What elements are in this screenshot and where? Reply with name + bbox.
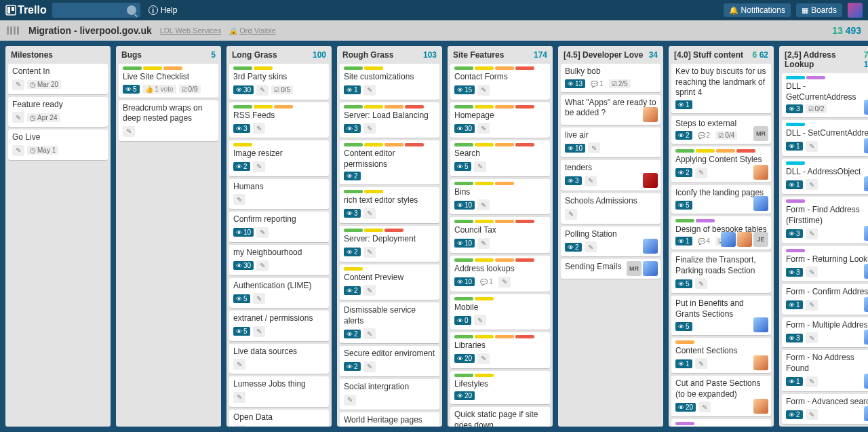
member-avatar[interactable]: MR [753,126,768,141]
member-avatar[interactable]: MR [627,261,642,276]
user-avatar[interactable] [848,3,863,18]
card[interactable]: Form - Find Address (Firsttime) 3 [782,197,868,243]
card[interactable]: What "Apps" are ready to be added ? [561,95,660,125]
card[interactable]: live air 10 [561,127,660,158]
member-avatar[interactable] [721,232,736,247]
card[interactable]: Steps to external 2 2 0/4MR [671,116,771,144]
card[interactable]: Server: Deployment 2 [340,226,439,262]
card[interactable]: Form - Returning Lookup 3 [782,246,868,282]
card[interactable]: Server: Load Balancing 3 [340,102,439,138]
card[interactable]: Form - No Address Found 1 [782,350,868,391]
card[interactable]: Put in Benefits and Grants Sections 5 [671,296,771,334]
list-header[interactable]: Site Features174 [448,46,553,64]
card[interactable]: Content In Mar 20 [8,64,108,94]
card[interactable]: Content editor permissions 2 [340,140,439,184]
list-header[interactable]: Bugs5 [116,46,221,64]
card[interactable]: Iconfy the landing pages 5 [671,185,771,214]
trello-logo[interactable]: Trello [5,4,47,16]
card[interactable]: Lifestyles 20 [450,371,550,405]
card[interactable]: World Heritage pages 20 [340,412,439,427]
card[interactable]: Schools Admissions [561,193,660,224]
member-avatar[interactable] [643,239,658,254]
help-link[interactable]: i Help [149,5,178,15]
card[interactable]: RSS Feeds 3 [229,102,329,138]
card[interactable]: Social intergration [340,379,439,410]
card[interactable]: Site customizations 1 [340,64,439,100]
card[interactable]: Form - Advanced search 2 [782,394,868,425]
list-header[interactable]: Rough Grass103 [337,46,442,64]
board-org[interactable]: LDL Web Services [160,26,221,35]
member-avatar[interactable] [864,406,868,421]
card[interactable]: DLL - AddressObject 1 [782,159,868,195]
card[interactable]: Cut and Paste Sections (to be expanded) … [671,376,771,416]
member-avatar[interactable] [643,261,658,276]
card[interactable]: Open Data [229,410,329,427]
card[interactable]: Authentication (LIME) 5 [229,278,329,309]
card[interactable]: Polling Station 2 [561,227,660,257]
member-avatar[interactable] [643,107,658,122]
card[interactable]: Humans [229,179,329,210]
member-avatar[interactable] [864,100,868,115]
card[interactable]: Lumesse Jobs thing [229,376,329,407]
card[interactable]: Mobile 0 [450,294,550,330]
card[interactable]: Live Site Checklist 5👍 1 vote 0/9 [119,64,218,98]
card[interactable]: Content Sections 1 [671,338,771,374]
member-avatar[interactable] [753,317,768,332]
card[interactable]: Finalize the Transport, Parking roads Se… [671,252,771,293]
board-visibility[interactable]: 🔒Org Visible [229,26,276,35]
card[interactable]: Breadcrumb wraps on deep nested pages [119,100,218,141]
member-avatar[interactable]: JE [753,232,768,247]
member-avatar[interactable] [753,355,768,370]
member-avatar[interactable] [864,374,868,389]
list-header[interactable]: Milestones [5,46,111,64]
card[interactable]: Kev to buy biscuits for us reaching the … [671,64,771,113]
card[interactable]: Bins 10 [450,179,550,215]
card[interactable]: Homepage Alerts 1 0/1 [671,419,771,427]
notifications-button[interactable]: Notifications [724,3,791,17]
member-avatar[interactable] [753,196,768,211]
card[interactable]: Confirm reporting 10 [229,212,329,242]
card[interactable]: Council Tax 10 [450,217,550,253]
member-avatar[interactable] [737,232,752,247]
card[interactable]: Applying Content Styles 2 [671,146,771,182]
board-name[interactable]: Migration - liverpool.gov.uk [28,25,152,36]
card[interactable]: Address lookups 10 1 [450,256,550,292]
member-avatar[interactable] [864,330,868,345]
card[interactable]: Form - Multiple Address 3 [782,317,868,348]
list-header[interactable]: [2,5] Address Lookup7 15 [779,46,868,73]
card[interactable]: Image resizer 2 [229,140,329,176]
card[interactable]: Contact Forms 15 [450,64,550,100]
card[interactable]: Sending EmailsMR [561,259,660,279]
card[interactable]: Bulky bob 13 1 2/5 [561,64,660,92]
member-avatar[interactable] [753,399,768,414]
list-header[interactable]: [4.5] Developer Love34 [558,46,663,64]
card[interactable]: Live data sources [229,344,329,374]
list-header[interactable]: [4.0] Stuff content6 62 [669,46,774,64]
search-input[interactable] [56,5,127,16]
card[interactable]: Secure editor enviroment 2 [340,346,439,376]
card[interactable]: Homepage 30 [450,102,550,138]
card[interactable]: DLL - SetCurrentAddress 1 [782,120,868,156]
card[interactable]: DLL - GetCurrentAddress 3 0/2 [782,73,868,117]
card[interactable]: Design of bespoke tables 1 4 0/2JE [671,216,771,250]
member-avatar[interactable] [864,138,868,153]
card[interactable]: my Neighbourhood 30 [229,245,329,275]
card[interactable]: extranet / permissions 5 [229,311,329,341]
card[interactable]: Dismissable service alerts 2 [340,302,439,343]
card[interactable]: 3rd Party skins 30 0/5 [229,64,329,100]
card[interactable]: Form - Confirm Address 1 [782,284,868,315]
card[interactable]: tenders 3 [561,160,660,191]
member-avatar[interactable] [643,173,658,188]
search-box[interactable] [52,3,140,18]
list-header[interactable]: Long Grass100 [226,46,332,64]
card[interactable]: Quick static page if site goes down 1 [450,407,550,427]
card[interactable]: Go Live May 1 [8,130,108,160]
card[interactable]: Search 5 [450,140,550,176]
card[interactable]: Feature ready Apr 24 [8,97,108,127]
card[interactable]: rich text editor styles 3 [340,187,439,223]
member-avatar[interactable] [864,176,868,191]
member-avatar[interactable] [864,297,868,312]
card[interactable]: Libraries 20 [450,332,550,368]
board-canvas[interactable]: MilestonesContent In Mar 20Feature ready… [0,41,868,432]
member-avatar[interactable] [753,165,768,180]
